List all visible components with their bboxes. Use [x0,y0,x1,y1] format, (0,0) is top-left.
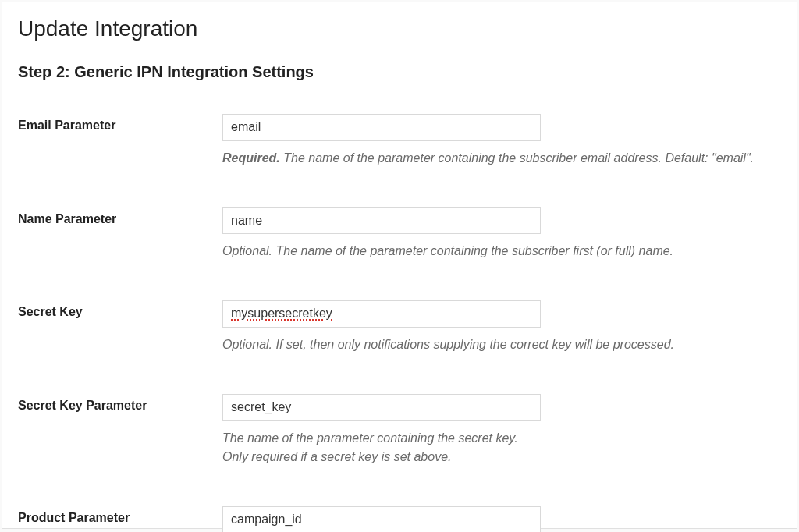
input-name-parameter[interactable] [222,207,541,235]
label-name-parameter: Name Parameter [18,207,222,226]
label-email-parameter: Email Parameter [18,114,222,133]
row-secret-key-parameter: Secret Key Parameter The name of the par… [18,394,781,467]
input-secret-key-parameter[interactable] [222,394,541,421]
row-email-parameter: Email Parameter Required. The name of th… [18,114,781,168]
label-secret-key-parameter: Secret Key Parameter [18,394,222,413]
input-secret-key[interactable] [222,300,541,328]
input-email-parameter[interactable] [222,114,541,141]
row-name-parameter: Name Parameter Optional. The name of the… [18,207,781,262]
integration-settings-panel: Update Integration Step 2: Generic IPN I… [2,2,797,529]
input-product-parameter[interactable] [222,506,541,532]
step-heading: Step 2: Generic IPN Integration Settings [18,63,781,81]
row-secret-key: Secret Key Optional. If set, then only n… [18,300,781,355]
label-product-parameter: Product Parameter [18,506,222,525]
description-name-parameter: Optional. The name of the parameter cont… [222,242,781,261]
label-secret-key: Secret Key [18,300,222,319]
description-email-parameter: Required. The name of the parameter cont… [222,149,781,168]
form-table: Email Parameter Required. The name of th… [18,114,781,532]
description-secret-key: Optional. If set, then only notification… [222,335,781,355]
row-product-parameter: Product Parameter Optional. The name of … [18,506,781,532]
page-title: Update Integration [18,16,781,41]
description-secret-key-parameter: The name of the parameter containing the… [222,429,781,468]
